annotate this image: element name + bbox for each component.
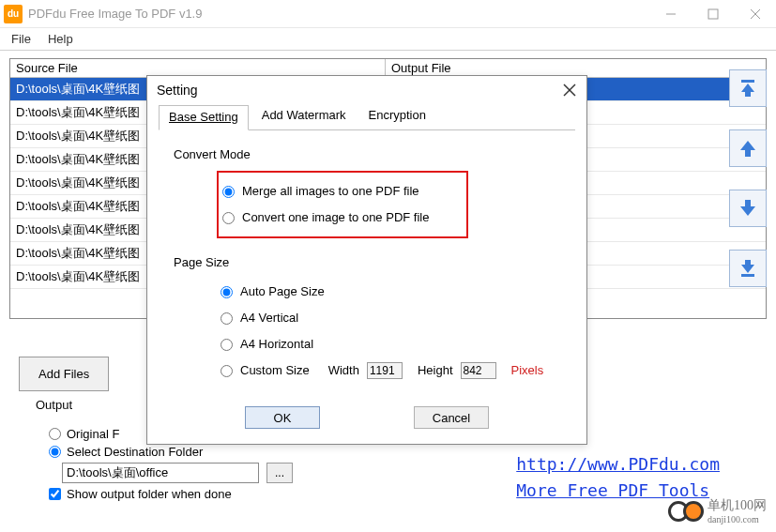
convert-one-label: Convert one image to one PDF file [242, 205, 429, 231]
merge-all-label: Merge all images to one PDF file [242, 178, 419, 205]
svg-rect-1 [708, 9, 718, 19]
move-up-button[interactable] [729, 129, 767, 167]
destination-folder-radio[interactable] [49, 446, 61, 458]
ok-button[interactable]: OK [245, 406, 320, 429]
a4-vertical-radio[interactable] [221, 312, 233, 325]
a4-horizontal-radio[interactable] [221, 339, 233, 351]
a4-vertical-label: A4 Vertical [240, 305, 298, 331]
a4-horizontal-label: A4 Horizontal [240, 331, 313, 357]
auto-page-size-radio[interactable] [221, 286, 233, 298]
tab-add-watermark[interactable]: Add Watermark [252, 104, 356, 129]
destination-folder-label: Select Destination Folder [67, 445, 203, 459]
add-files-button[interactable]: Add Files [19, 357, 109, 391]
site-link[interactable]: http://www.PDFdu.com [516, 451, 720, 478]
app-icon: du [4, 5, 23, 23]
arrow-panel [729, 69, 767, 287]
convert-mode-highlight: Merge all images to one PDF file Convert… [217, 171, 468, 238]
titlebar-text: PDFdu Free Image To PDF v1.9 [28, 7, 649, 21]
original-folder-radio[interactable] [49, 428, 61, 440]
links: http://www.PDFdu.com More Free PDF Tools [516, 451, 720, 504]
cancel-button[interactable]: Cancel [414, 406, 489, 429]
show-folder-checkbox[interactable] [49, 488, 61, 500]
menubar: File Help [0, 28, 776, 51]
svg-rect-9 [741, 274, 754, 277]
tab-base-setting[interactable]: Base Setting [159, 105, 249, 130]
dialog-tabs: Base Setting Add Watermark Encryption [159, 104, 575, 130]
settings-dialog: Setting Base Setting Add Watermark Encry… [146, 75, 587, 445]
browse-button[interactable]: ... [266, 463, 293, 483]
pixels-label: Pixels [511, 357, 544, 384]
auto-page-size-label: Auto Page Size [240, 279, 325, 305]
width-input[interactable] [367, 362, 403, 379]
move-down-button[interactable] [729, 190, 767, 227]
move-top-button[interactable] [729, 69, 767, 107]
watermark-text: 单机100网 [708, 497, 767, 514]
convert-one-radio[interactable] [222, 212, 235, 224]
height-label: Height [418, 357, 453, 384]
merge-all-radio[interactable] [222, 186, 235, 198]
dialog-close-button[interactable] [558, 79, 581, 101]
dialog-title: Setting [157, 83, 198, 98]
svg-rect-4 [741, 80, 754, 83]
custom-size-radio[interactable] [221, 365, 233, 377]
original-folder-label: Original F [67, 427, 119, 441]
svg-marker-6 [740, 141, 755, 157]
tab-encryption[interactable]: Encryption [359, 104, 435, 129]
svg-marker-5 [741, 84, 754, 97]
titlebar: du PDFdu Free Image To PDF v1.9 [0, 0, 776, 28]
close-button[interactable] [734, 1, 776, 27]
svg-marker-8 [741, 260, 754, 273]
page-size-label: Page Size [174, 255, 560, 269]
destination-path-input[interactable] [62, 463, 259, 483]
svg-marker-7 [740, 200, 755, 216]
menu-file[interactable]: File [11, 32, 31, 46]
minimize-button[interactable] [649, 1, 692, 27]
show-folder-label: Show output folder when done [67, 487, 232, 501]
move-bottom-button[interactable] [729, 250, 767, 287]
watermark-sub: danji100.com [708, 514, 767, 524]
menu-help[interactable]: Help [48, 32, 73, 46]
convert-mode-label: Convert Mode [174, 147, 560, 161]
maximize-button[interactable] [692, 1, 734, 27]
height-input[interactable] [461, 362, 496, 379]
width-label: Width [328, 357, 359, 384]
custom-size-label: Custom Size [240, 357, 310, 384]
watermark-logo: 单机100网 danji100.com [668, 497, 767, 524]
